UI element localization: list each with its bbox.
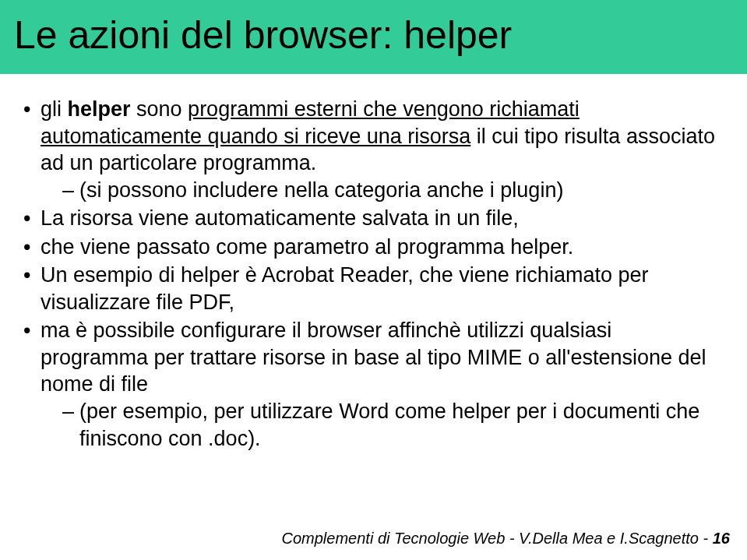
slide: Le azioni del browser: helper gli helper… — [0, 0, 747, 560]
slide-title: Le azioni del browser: helper — [14, 14, 733, 57]
title-band: Le azioni del browser: helper — [0, 0, 747, 74]
sub-list: (per esempio, per utilizzare Word come h… — [41, 398, 724, 452]
bold-text: helper — [68, 97, 131, 121]
bullet-list: gli helper sono programmi esterni che ve… — [23, 96, 724, 452]
list-item: (si possono includere nella categoria an… — [62, 177, 724, 204]
text: ma è possibile configurare il browser af… — [41, 319, 706, 396]
list-item: che viene passato come parametro al prog… — [23, 234, 724, 261]
text: Un esempio di helper è Acrobat Reader, c… — [41, 263, 648, 314]
list-item: gli helper sono programmi esterni che ve… — [23, 96, 724, 203]
slide-content: gli helper sono programmi esterni che ve… — [0, 74, 747, 452]
list-item: ma è possibile configurare il browser af… — [23, 317, 724, 452]
text: gli — [41, 97, 68, 121]
text: (si possono includere nella categoria an… — [79, 178, 563, 202]
text: La risorsa viene automaticamente salvata… — [41, 206, 519, 230]
list-item: Un esempio di helper è Acrobat Reader, c… — [23, 262, 724, 315]
slide-footer: Complementi di Tecnologie Web - V.Della … — [282, 530, 731, 548]
text: (per esempio, per utilizzare Word come h… — [79, 400, 699, 450]
text: sono — [131, 97, 189, 121]
list-item: La risorsa viene automaticamente salvata… — [23, 205, 724, 232]
sub-list: (si possono includere nella categoria an… — [41, 177, 724, 204]
list-item: (per esempio, per utilizzare Word come h… — [62, 398, 724, 452]
footer-text: Complementi di Tecnologie Web - V.Della … — [282, 530, 713, 547]
page-number: 16 — [713, 530, 730, 547]
text: che viene passato come parametro al prog… — [41, 235, 573, 259]
